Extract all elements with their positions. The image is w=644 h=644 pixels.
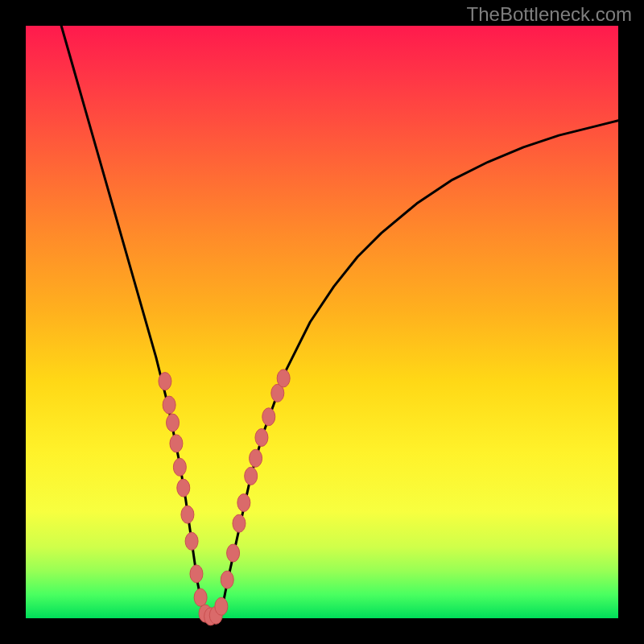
curve-marker	[173, 458, 186, 476]
curve-marker	[221, 571, 233, 588]
curve-marker	[163, 396, 175, 414]
plot-area	[26, 26, 618, 618]
curve-marker	[237, 493, 250, 511]
curve-marker	[262, 408, 275, 426]
curve-marker	[159, 373, 171, 390]
curve-svg	[26, 26, 618, 618]
curve-marker	[190, 565, 203, 583]
curve-marker	[245, 467, 258, 485]
curve-marker	[233, 514, 246, 532]
curve-marker	[181, 506, 194, 523]
curve-marker	[250, 449, 262, 467]
curve-marker	[277, 369, 290, 387]
curve-marker	[167, 414, 180, 431]
curve-marker	[255, 429, 268, 447]
bottleneck-curve	[61, 26, 618, 618]
watermark-text: TheBottleneck.com	[467, 3, 632, 26]
curve-marker	[194, 588, 207, 606]
curve-marker	[215, 597, 228, 615]
curve-markers	[159, 369, 290, 625]
curve-marker	[185, 532, 198, 550]
curve-marker	[227, 544, 240, 562]
chart-frame: TheBottleneck.com	[0, 0, 644, 644]
curve-marker	[177, 479, 190, 497]
curve-marker	[170, 435, 183, 452]
